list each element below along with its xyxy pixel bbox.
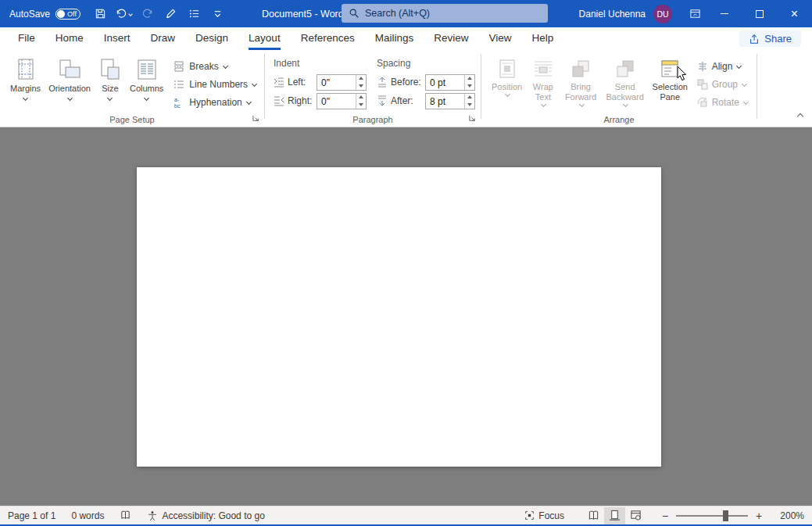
decrement-button[interactable] <box>356 101 366 109</box>
arrange-group-label: Arrange <box>481 115 757 124</box>
spacing-after-spinner <box>464 94 474 109</box>
accessibility-status-button[interactable]: Accessibility: Good to go <box>147 510 264 521</box>
position-button[interactable]: Position <box>488 54 526 96</box>
chevron-down-icon <box>107 95 113 101</box>
proofing-book-icon <box>120 510 131 521</box>
zoom-slider-thumb[interactable] <box>723 510 728 521</box>
decrement-button[interactable] <box>465 82 474 90</box>
user-name[interactable]: Daniel Uchenna <box>579 9 646 20</box>
svg-text:a-: a- <box>174 97 180 102</box>
wrap-text-button[interactable]: Wrap Text <box>526 54 560 106</box>
paragraph-group-label: Paragraph <box>265 115 481 124</box>
spacing-after-value: 8 pt <box>426 94 464 109</box>
zoom-slider[interactable] <box>676 515 748 517</box>
save-icon <box>95 8 106 20</box>
read-mode-button[interactable] <box>583 507 604 524</box>
status-bar: Page 1 of 1 0 words Accessibility: Good … <box>0 506 812 524</box>
tab-design[interactable]: Design <box>185 27 238 50</box>
tab-file[interactable]: File <box>8 27 45 50</box>
wrap-text-icon <box>533 55 553 82</box>
tab-references[interactable]: References <box>291 27 365 50</box>
editor-pen-button[interactable] <box>159 0 182 27</box>
tab-layout-label: Layout <box>249 28 281 50</box>
line-numbers-icon <box>173 78 185 91</box>
zoom-level[interactable]: 200% <box>776 510 804 521</box>
chevron-down-icon <box>505 91 510 97</box>
tab-insert[interactable]: Insert <box>94 27 141 50</box>
proofing-status-button[interactable] <box>120 510 131 521</box>
accessibility-status-label: Accessibility: Good to go <box>162 510 264 521</box>
share-label: Share <box>764 33 792 45</box>
tab-mailings[interactable]: Mailings <box>365 27 424 50</box>
zoom-out-button[interactable]: − <box>659 510 671 522</box>
size-button[interactable]: Size <box>95 54 126 100</box>
share-button[interactable]: Share <box>739 30 801 47</box>
close-button[interactable]: × <box>777 0 812 27</box>
zoom-in-button[interactable]: + <box>753 510 765 522</box>
tab-help[interactable]: Help <box>522 27 564 50</box>
undo-button[interactable] <box>112 0 135 27</box>
rotate-icon <box>697 97 708 108</box>
decrement-button[interactable] <box>465 101 474 109</box>
maximize-button[interactable] <box>742 0 777 27</box>
selection-pane-icon <box>660 55 680 82</box>
redo-button[interactable] <box>135 0 159 27</box>
search-input[interactable] <box>365 8 541 19</box>
list-button[interactable] <box>182 0 206 27</box>
rotate-button[interactable]: Rotate <box>693 93 752 111</box>
group-arrange: Position Wrap Text Bring Forward <box>481 50 757 127</box>
send-backward-button[interactable]: Send Backward <box>602 54 649 106</box>
align-button[interactable]: Align <box>693 57 752 75</box>
spacing-after-input[interactable]: 8 pt <box>425 93 475 109</box>
decrement-button[interactable] <box>356 82 366 90</box>
focus-mode-button[interactable]: Focus <box>524 510 564 521</box>
web-layout-button[interactable] <box>625 507 646 524</box>
tab-view[interactable]: View <box>478 27 521 50</box>
group-page-setup: Margins Orientation Size <box>0 50 264 127</box>
tab-home[interactable]: Home <box>45 27 94 50</box>
save-button[interactable] <box>88 0 112 27</box>
margins-button[interactable]: Margins <box>6 54 45 100</box>
ribbon-display-options-button[interactable] <box>683 0 706 27</box>
tab-references-label: References <box>301 28 355 50</box>
minimize-button[interactable] <box>706 0 742 27</box>
columns-button[interactable]: Columns <box>126 54 167 100</box>
document-title: Document5 - Word <box>262 9 344 20</box>
search-bar[interactable] <box>342 4 548 23</box>
chevron-up-icon <box>797 113 803 120</box>
page-setup-dialog-launcher[interactable] <box>252 114 260 123</box>
spacing-before-input[interactable]: 0 pt <box>425 74 475 91</box>
selection-pane-button[interactable]: Selection Pane <box>649 54 692 102</box>
chevron-down-icon <box>736 63 742 69</box>
bring-forward-button[interactable]: Bring Forward <box>560 54 602 106</box>
tab-layout[interactable]: Layout <box>238 27 291 50</box>
increment-button[interactable] <box>356 94 366 102</box>
increment-button[interactable] <box>465 94 474 102</box>
page-number-status[interactable]: Page 1 of 1 <box>8 510 55 521</box>
tab-draw[interactable]: Draw <box>141 27 186 50</box>
hyphenation-button[interactable]: a-bc Hyphenation <box>169 93 260 111</box>
increment-button[interactable] <box>356 75 366 83</box>
autosave-switch[interactable]: Off <box>55 9 80 20</box>
document-page[interactable] <box>137 167 661 467</box>
tab-review[interactable]: Review <box>424 27 478 50</box>
orientation-button[interactable]: Orientation <box>45 54 95 100</box>
status-bar-right: Focus − + 200% <box>524 507 804 524</box>
word-count-status[interactable]: 0 words <box>71 510 104 521</box>
chevron-down-icon <box>66 95 72 101</box>
customize-toolbar-button[interactable] <box>206 0 229 27</box>
avatar[interactable]: DU <box>653 5 672 23</box>
chevron-down-icon <box>128 12 133 16</box>
autosave-state: Off <box>67 10 77 18</box>
line-numbers-button[interactable]: Line Numbers <box>169 75 260 93</box>
collapse-ribbon-button[interactable] <box>798 108 803 122</box>
paragraph-dialog-launcher[interactable] <box>468 114 477 123</box>
indent-left-input[interactable]: 0" <box>317 74 367 91</box>
send-backward-label: Send Backward <box>604 82 646 102</box>
indent-right-input[interactable]: 0" <box>317 93 367 109</box>
group-button[interactable]: Group <box>693 75 752 93</box>
increment-button[interactable] <box>465 75 474 83</box>
breaks-button[interactable]: Breaks <box>169 57 260 75</box>
print-layout-button[interactable] <box>604 507 625 524</box>
autosave-toggle[interactable]: AutoSave Off <box>0 9 88 20</box>
